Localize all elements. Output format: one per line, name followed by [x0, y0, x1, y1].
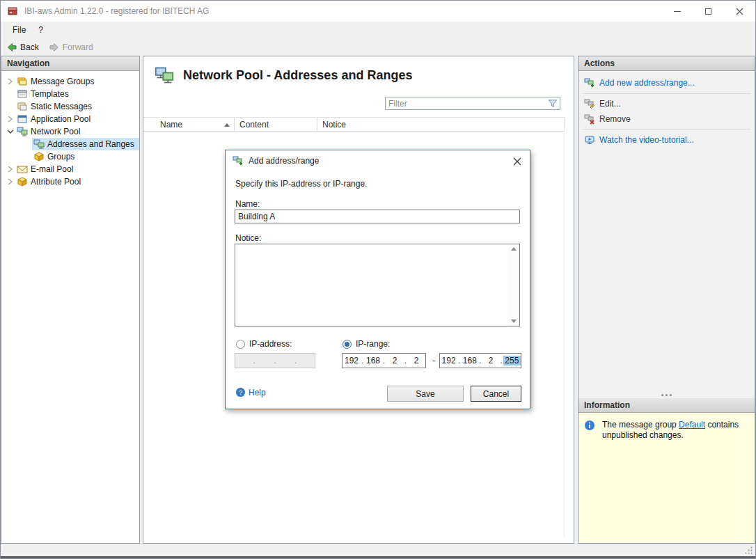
close-button[interactable] [724, 1, 755, 22]
chevron-right-icon[interactable] [4, 164, 15, 175]
status-bar [1, 544, 755, 556]
back-button[interactable]: Back [6, 42, 39, 53]
resize-grip[interactable] [744, 546, 753, 555]
ip-address-radio[interactable] [236, 340, 245, 349]
tree-item-email-pool[interactable]: E-mail Pool [1, 163, 139, 175]
chevron-right-icon[interactable] [4, 76, 15, 87]
scroll-down-icon[interactable] [511, 320, 517, 323]
network-pool-page-icon [155, 65, 174, 85]
forward-button[interactable]: Forward [49, 42, 93, 53]
filter-input[interactable] [386, 98, 547, 109]
tree-item-network-pool[interactable]: Network Pool [1, 125, 139, 138]
addresses-and-ranges-icon [33, 139, 45, 150]
tree-item-templates[interactable]: Templates [1, 88, 139, 100]
action-watch-video-tutorial[interactable]: Watch the video-tutorial... [578, 133, 755, 147]
templates-icon [17, 88, 28, 100]
menu-bar: File ? [1, 22, 755, 38]
actions-header: Actions [578, 56, 755, 71]
tree-item-message-groups[interactable]: Message Groups [1, 75, 139, 88]
column-header-content[interactable]: Content [235, 118, 317, 131]
ip-range-from-input[interactable]: 192.168.2.2 [342, 353, 426, 368]
toolbar: Back Forward [1, 38, 755, 56]
actions-separator [583, 93, 750, 94]
action-edit[interactable]: Edit... [578, 97, 755, 111]
page-title: Network Pool - Addresses and Ranges [183, 68, 412, 83]
name-label: Name: [235, 199, 260, 209]
filter-icon[interactable] [547, 98, 558, 109]
email-pool-icon [17, 164, 28, 175]
attribute-pool-icon [17, 176, 28, 187]
notice-scrollbar[interactable] [508, 244, 519, 326]
splitter-grip-icon [661, 394, 663, 396]
tree-item-static-messages[interactable]: Static Messages [1, 100, 139, 113]
groups-icon [33, 151, 45, 162]
navigation-header: Navigation [1, 56, 139, 71]
chevron-down-icon[interactable] [4, 126, 15, 137]
information-header: Information [578, 398, 755, 413]
tree-item-addresses-and-ranges[interactable]: Addresses and Ranges [1, 138, 139, 150]
ip-range-to-input[interactable]: 192.168.2.255 [439, 353, 521, 368]
action-remove[interactable]: Remove [578, 112, 755, 126]
default-message-group-link[interactable]: Default [679, 420, 705, 430]
dialog-description: Specify this IP-address or IP-range. [235, 179, 367, 189]
name-input[interactable] [235, 210, 520, 223]
svg-text:?: ? [239, 389, 242, 396]
information-section: Information The message group Default co… [578, 398, 755, 543]
network-pool-icon [17, 126, 28, 137]
add-address-range-icon [233, 155, 244, 166]
close-icon [513, 157, 521, 166]
maximize-icon [705, 8, 711, 15]
ip-range-radio-label[interactable]: IP-range: [356, 339, 390, 349]
window-title: IBI-aws Admin 1.22.0 - registered for IB… [24, 6, 209, 16]
remove-icon [584, 113, 595, 125]
chevron-right-icon[interactable] [4, 113, 15, 125]
menu-help[interactable]: ? [32, 23, 49, 37]
column-header-name[interactable]: Name [143, 118, 235, 131]
application-pool-icon [17, 113, 28, 125]
notice-textarea[interactable] [235, 244, 520, 326]
column-header-notice[interactable]: Notice [317, 118, 564, 131]
ip-range-radio[interactable] [342, 340, 352, 349]
table-header: Name Content Notice [143, 117, 565, 132]
information-message: The message group Default contains unpub… [602, 420, 741, 441]
minimize-button[interactable] [661, 1, 693, 22]
range-separator: - [430, 356, 438, 365]
edit-icon [584, 98, 595, 109]
back-arrow-icon [6, 42, 17, 53]
menu-file[interactable]: File [6, 23, 32, 37]
dialog-title: Add address/range [249, 156, 319, 166]
chevron-right-icon[interactable] [4, 176, 15, 187]
tree-item-attribute-pool[interactable]: Attribute Pool [1, 175, 139, 188]
add-address-range-dialog: Add address/range Specify this IP-addres… [225, 150, 530, 409]
ip-address-input: ... [235, 353, 315, 368]
tree-item-application-pool[interactable]: Application Pool [1, 113, 139, 125]
info-icon [584, 420, 595, 431]
notice-label: Notice: [235, 233, 261, 243]
actions-separator [583, 129, 750, 129]
actions-panel: Actions Add new address/range... Edit...… [578, 56, 755, 544]
scroll-up-icon[interactable] [511, 247, 517, 251]
cancel-button[interactable]: Cancel [471, 386, 521, 402]
help-link[interactable]: ? Help [235, 387, 266, 397]
add-address-range-icon [584, 77, 595, 88]
action-add-new-address-range[interactable]: Add new address/range... [578, 76, 755, 90]
window-controls [661, 1, 755, 22]
dialog-close-button[interactable] [512, 157, 521, 166]
static-messages-icon [17, 101, 28, 112]
tree-item-groups[interactable]: Groups [1, 150, 139, 163]
information-box: The message group Default contains unpub… [578, 413, 755, 543]
app-icon [7, 6, 18, 17]
title-bar: IBI-aws Admin 1.22.0 - registered for IB… [1, 1, 755, 22]
save-button[interactable]: Save [387, 386, 464, 402]
help-icon: ? [235, 387, 246, 397]
panel-splitter[interactable] [578, 388, 755, 394]
message-groups-icon [17, 76, 28, 87]
navigation-panel: Navigation Message Groups Templates Stat… [1, 56, 140, 544]
dialog-title-bar: Add address/range [226, 150, 530, 171]
sort-ascending-icon [224, 123, 230, 127]
window-bottom-edge [0, 556, 756, 559]
close-icon [736, 8, 743, 15]
video-tutorial-icon [584, 134, 595, 145]
maximize-button[interactable] [693, 1, 724, 22]
ip-address-radio-label[interactable]: IP-address: [249, 339, 292, 349]
